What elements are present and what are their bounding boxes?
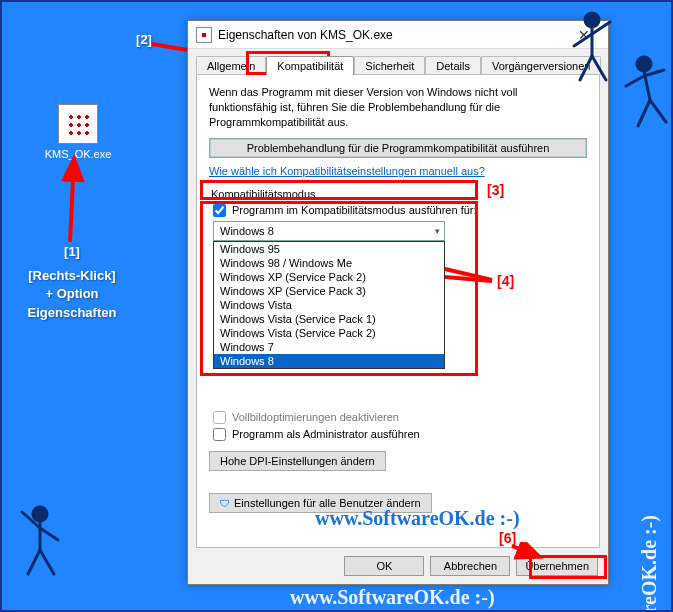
svg-line-19 <box>626 76 644 86</box>
fullscreen-checkbox[interactable] <box>213 411 226 424</box>
settings-section: Vollbildoptimierungen deaktivieren Progr… <box>209 411 587 513</box>
apply-button[interactable]: Übernehmen <box>516 556 598 576</box>
ok-button[interactable]: OK <box>344 556 424 576</box>
compat-select[interactable]: Windows 8 ▾ <box>213 221 445 241</box>
tab-bar: Allgemein Kompatibilität Sicherheit Deta… <box>188 49 608 74</box>
compat-checkbox-row[interactable]: Programm im Kompatibilitätsmodus ausführ… <box>213 204 587 217</box>
opt-vista-sp2[interactable]: Windows Vista (Service Pack 2) <box>214 326 444 340</box>
fullscreen-opt-row[interactable]: Vollbildoptimierungen deaktivieren <box>213 411 587 424</box>
tab-details[interactable]: Details <box>425 56 481 75</box>
compat-checkbox[interactable] <box>213 204 226 217</box>
watermark-bottom: www.SoftwareOK.de :-) <box>290 586 495 609</box>
svg-line-13 <box>574 34 592 46</box>
help-link[interactable]: Wie wähle ich Kompatibilitätseinstellung… <box>209 165 485 177</box>
compat-dropdown[interactable]: Windows 95 Windows 98 / Windows Me Windo… <box>213 241 445 369</box>
opt-xp-sp2[interactable]: Windows XP (Service Pack 2) <box>214 270 444 284</box>
stick-figure-1 <box>10 502 70 582</box>
admin-label: Programm als Administrator ausführen <box>232 428 420 440</box>
window-title: Eigenschaften von KMS_OK.exe <box>218 28 564 42</box>
opt-win7[interactable]: Windows 7 <box>214 340 444 354</box>
svg-line-8 <box>40 528 58 540</box>
annotation-1: [1] [Rechts-Klick] + Option Eigenschafte… <box>12 243 132 322</box>
svg-line-16 <box>592 56 606 80</box>
admin-opt-row[interactable]: Programm als Administrator ausführen <box>213 428 587 441</box>
opt-win8[interactable]: Windows 8 <box>214 354 444 368</box>
svg-point-17 <box>637 57 651 71</box>
compat-checkbox-label: Programm im Kompatibilitätsmodus ausführ… <box>232 204 477 216</box>
opt-xp-sp3[interactable]: Windows XP (Service Pack 3) <box>214 284 444 298</box>
dialog-buttons: OK Abbrechen Übernehmen <box>188 548 608 584</box>
svg-line-0 <box>70 158 74 242</box>
compat-description: Wenn das Programm mit dieser Version von… <box>209 85 587 130</box>
svg-line-15 <box>580 56 592 80</box>
all-users-button[interactable]: Einstellungen für alle Benutzer ändern <box>209 493 432 513</box>
svg-line-10 <box>40 550 54 574</box>
compat-mode-group: Kompatibilitätsmodus Programm im Kompati… <box>209 188 587 241</box>
properties-dialog: Eigenschaften von KMS_OK.exe ✕ Allgemein… <box>187 20 609 585</box>
tab-content: Wenn das Programm mit dieser Version von… <box>196 74 600 548</box>
opt-vista[interactable]: Windows Vista <box>214 298 444 312</box>
tab-allgemein[interactable]: Allgemein <box>196 56 266 75</box>
opt-win98[interactable]: Windows 98 / Windows Me <box>214 256 444 270</box>
opt-win95[interactable]: Windows 95 <box>214 242 444 256</box>
annotation-2: [2] <box>129 31 159 49</box>
tab-kompatibilitaet[interactable]: Kompatibilität <box>266 56 354 75</box>
compat-select-value: Windows 8 <box>220 225 274 237</box>
svg-line-22 <box>650 100 666 122</box>
svg-line-9 <box>28 550 40 574</box>
tab-sicherheit[interactable]: Sicherheit <box>354 56 425 75</box>
file-icon <box>58 104 98 144</box>
desktop-icon-kms[interactable]: KMS_OK.exe <box>42 104 114 160</box>
fullscreen-label: Vollbildoptimierungen deaktivieren <box>232 411 399 423</box>
opt-vista-sp1[interactable]: Windows Vista (Service Pack 1) <box>214 312 444 326</box>
chevron-down-icon: ▾ <box>435 226 440 236</box>
watermark-right: www.SoftwareOK.de :-) <box>638 515 661 612</box>
dpi-button[interactable]: Hohe DPI-Einstellungen ändern <box>209 451 386 471</box>
app-icon <box>196 27 212 43</box>
arrow-1 <box>52 152 92 247</box>
title-bar: Eigenschaften von KMS_OK.exe ✕ <box>188 21 608 49</box>
svg-point-5 <box>33 507 47 521</box>
svg-line-21 <box>638 100 650 126</box>
cancel-button[interactable]: Abbrechen <box>430 556 510 576</box>
troubleshoot-button[interactable]: Problembehandlung für die Programmkompat… <box>209 138 587 158</box>
svg-point-11 <box>585 13 599 27</box>
compat-legend: Kompatibilitätsmodus <box>209 188 587 200</box>
stick-figure-2 <box>562 8 622 88</box>
admin-checkbox[interactable] <box>213 428 226 441</box>
desktop-icon-label: KMS_OK.exe <box>42 148 114 160</box>
stick-figure-3 <box>616 52 673 132</box>
